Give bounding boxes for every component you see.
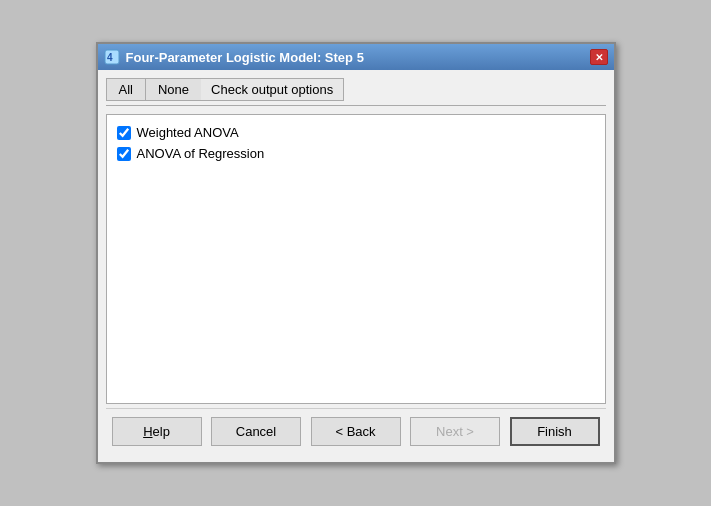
all-button[interactable]: All (106, 78, 145, 101)
check-output-label: Check output options (201, 78, 344, 101)
help-button[interactable]: Help (112, 417, 202, 446)
cancel-button[interactable]: Cancel (211, 417, 301, 446)
svg-text:4: 4 (107, 52, 113, 63)
main-window: 4 Four-Parameter Logistic Model: Step 5 … (96, 42, 616, 464)
bottom-bar: Help Cancel < Back Next > Finish (106, 408, 606, 454)
title-bar: 4 Four-Parameter Logistic Model: Step 5 … (98, 44, 614, 70)
window-body: All None Check output options Weighted A… (98, 70, 614, 462)
finish-button[interactable]: Finish (510, 417, 600, 446)
checkbox-row-2: ANOVA of Regression (117, 146, 595, 161)
weighted-anova-label: Weighted ANOVA (137, 125, 239, 140)
close-button[interactable]: ✕ (590, 49, 608, 65)
anova-regression-label: ANOVA of Regression (137, 146, 265, 161)
checkbox-row-1: Weighted ANOVA (117, 125, 595, 140)
window-icon: 4 (104, 49, 120, 65)
content-area: Weighted ANOVA ANOVA of Regression (106, 114, 606, 404)
next-button[interactable]: Next > (410, 417, 500, 446)
toolbar: All None Check output options (106, 78, 606, 106)
none-button[interactable]: None (145, 78, 201, 101)
back-button[interactable]: < Back (311, 417, 401, 446)
title-bar-left: 4 Four-Parameter Logistic Model: Step 5 (104, 49, 364, 65)
anova-regression-checkbox[interactable] (117, 147, 131, 161)
window-title: Four-Parameter Logistic Model: Step 5 (126, 50, 364, 65)
weighted-anova-checkbox[interactable] (117, 126, 131, 140)
